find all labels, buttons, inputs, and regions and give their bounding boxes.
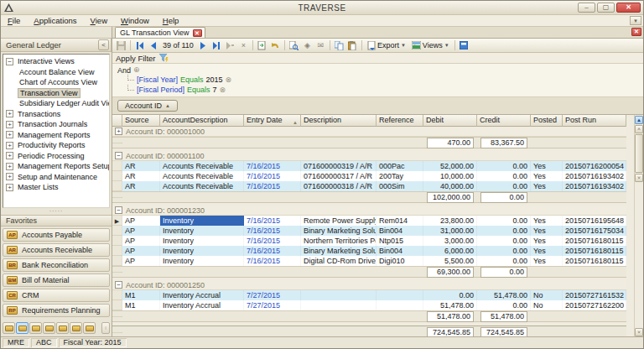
minimize-button[interactable]: – [578,3,595,13]
cell-entry_date[interactable]: 7/27/2015 [244,300,301,310]
cell-entry_date[interactable]: 7/16/2015 [244,171,301,181]
cell-description[interactable] [301,290,377,300]
expand-icon[interactable]: + [6,131,13,138]
tree-node[interactable]: +Management Reports [6,130,109,141]
cell-post_run[interactable]: 20150716200054 [563,161,626,171]
print-preview-button[interactable] [288,39,300,51]
expand-icon[interactable]: + [6,142,13,149]
cell-reference[interactable]: 000Sim [377,181,423,191]
table-row[interactable]: ARAccounts Receivable7/16/20150716000003… [112,181,626,191]
table-row[interactable]: ARAccounts Receivable7/16/20150716000003… [112,171,626,181]
cell-debit[interactable]: 3,000.00 [423,236,477,246]
column-header-posted[interactable]: Posted [531,115,563,127]
cell-entry_date[interactable]: 7/16/2015 [244,246,301,256]
cell-account_description[interactable]: Accounts Receivable [160,181,244,191]
cell-account_description[interactable]: Inventory Accrual [160,300,244,310]
column-header-description[interactable]: Description [301,115,377,127]
last-record-button[interactable] [210,39,223,51]
favorite-requirements-planning[interactable]: RPRequirements Planning [3,304,110,317]
module-shortcut-icon[interactable] [3,322,15,334]
scroll-up-icon[interactable]: ˄ [635,125,643,133]
column-header-reference[interactable]: Reference [377,115,423,127]
cell-source[interactable]: AP [122,246,160,256]
menu-item-view[interactable]: View [84,15,114,26]
scroll-bottom-icon[interactable]: ˅ [635,328,643,336]
cell-account_description[interactable]: Inventory [160,256,244,266]
filter-value[interactable]: 2015 [206,76,223,84]
filter-field[interactable]: [Fiscal Period] [137,86,184,94]
expand-icon[interactable]: + [6,110,13,117]
cell-posted[interactable]: Yes [531,161,563,171]
row-stub[interactable] [112,300,122,310]
row-stub[interactable] [112,171,122,181]
close-button[interactable]: ✕ [616,3,641,13]
cell-entry_date[interactable]: 7/16/2015 [244,256,301,266]
cell-credit[interactable]: 0.00 [477,256,531,266]
cell-post_run[interactable]: 20150716195648 [563,216,626,226]
column-header-account_description[interactable]: AccountDescription [160,115,244,127]
previous-record-button[interactable] [147,39,159,51]
cell-entry_date[interactable]: 7/16/2015 [244,226,301,236]
cell-posted[interactable]: No [531,300,563,310]
table-row[interactable]: M1Inventory Accrual7/27/20150.0051,478.0… [112,290,626,300]
cell-source[interactable]: M1 [122,290,160,300]
filter-root-operator[interactable]: And [117,66,131,75]
tree-node[interactable]: −Interactive Views [6,56,109,67]
row-stub[interactable] [112,226,122,236]
cell-post_run[interactable]: 20150716175034 [563,226,626,236]
cell-reference[interactable] [377,300,423,310]
filter-add-icon[interactable]: ⊕ [133,66,140,74]
cell-credit[interactable]: 0.00 [477,181,531,191]
cell-entry_date[interactable]: 7/16/2015 [244,181,301,191]
cell-posted[interactable]: Yes [531,246,563,256]
column-header-credit[interactable]: Credit [477,115,531,127]
row-stub[interactable] [112,181,122,191]
menu-item-help[interactable]: Help [156,15,186,26]
cell-source[interactable]: AR [122,161,160,171]
cell-entry_date[interactable]: 7/16/2015 [244,161,301,171]
expand-icon[interactable]: − [6,58,13,65]
cell-reference[interactable]: Rem014 [377,216,423,226]
cell-account_description[interactable]: Inventory [160,246,244,256]
group-header-row[interactable]: −Account ID: 000001230 [112,206,626,216]
cell-reference[interactable]: Bin004 [377,226,423,236]
next-record-button[interactable] [197,39,210,51]
cell-post_run[interactable]: 20150727162200 [563,300,626,310]
cell-credit[interactable]: 0.00 [477,246,531,256]
module-shortcut-icon[interactable] [83,322,96,334]
cell-entry_date[interactable]: 7/16/2015 [244,216,301,226]
column-header-post_run[interactable]: Post Run [563,115,626,127]
cell-reference[interactable]: 000Pac [377,161,423,171]
cell-account_description[interactable]: Inventory [160,236,244,246]
group-expand-icon[interactable]: − [115,281,122,289]
cell-credit[interactable]: 51,478.00 [477,290,531,300]
table-row[interactable]: APInventory7/16/2015Binary Marketing Sol… [112,246,626,256]
cell-reference[interactable]: Digi010 [377,256,423,266]
cell-entry_date[interactable]: 7/27/2015 [244,290,301,300]
expand-icon[interactable]: + [6,152,13,159]
cell-posted[interactable]: No [531,290,563,300]
group-header-row[interactable]: −Account ID: 000001250 [112,280,626,290]
table-row[interactable]: APInventory7/16/2015Digital CD-Rom Drive… [112,256,626,266]
expand-icon[interactable]: + [6,121,13,128]
tree-node[interactable]: +Setup and Maintenance [6,172,109,183]
tab-close-icon[interactable]: ✕ [193,29,202,37]
cell-description[interactable]: Binary Marketing Solutions [301,246,377,256]
cell-debit[interactable]: 52,000.00 [423,161,477,171]
cell-credit[interactable]: 0.00 [477,216,531,226]
cell-account_description[interactable]: Accounts Receivable [160,161,244,171]
cell-description[interactable]: Digital CD-Rom Drives [301,256,377,266]
tree-node[interactable]: +Periodic Processing [6,151,109,162]
cell-debit[interactable]: 51,478.00 [423,300,477,310]
cell-post_run[interactable]: 20150716180115 [563,246,626,256]
save-button[interactable] [115,39,127,51]
column-chooser-button[interactable] [458,39,470,51]
filter-remove-icon[interactable]: ⊗ [226,76,232,84]
tree-node-transaction-view[interactable]: Transaction View [6,88,109,99]
cell-source[interactable]: AR [122,171,160,181]
column-header-debit[interactable]: Debit [423,115,477,127]
copy-button[interactable] [333,39,345,51]
cell-account_description[interactable]: Inventory Accrual [160,290,244,300]
cell-reference[interactable]: 200Tay [377,171,423,181]
cell-description[interactable]: 071600000319 / A/R [301,161,377,171]
